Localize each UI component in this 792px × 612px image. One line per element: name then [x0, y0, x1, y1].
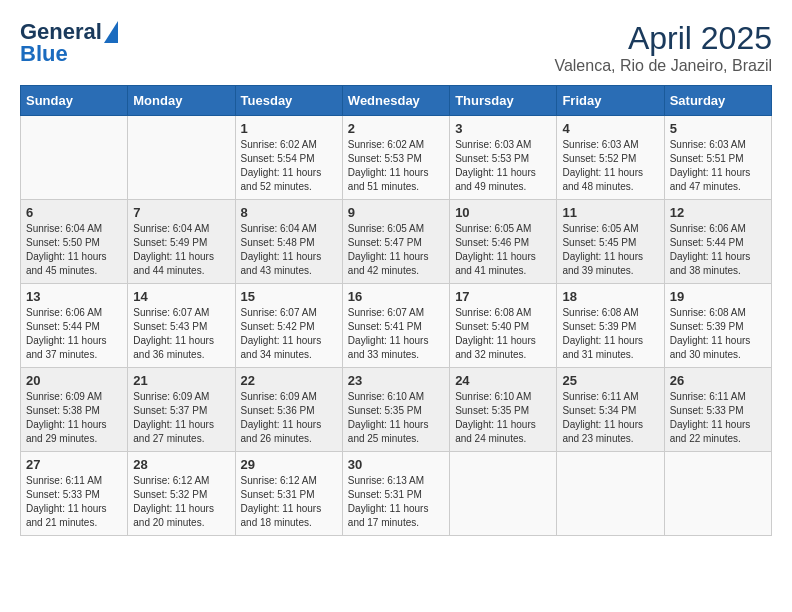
day-cell: 13Sunrise: 6:06 AMSunset: 5:44 PMDayligh…	[21, 284, 128, 368]
day-cell: 10Sunrise: 6:05 AMSunset: 5:46 PMDayligh…	[450, 200, 557, 284]
col-header-thursday: Thursday	[450, 86, 557, 116]
day-info: Sunrise: 6:10 AMSunset: 5:35 PMDaylight:…	[348, 390, 444, 446]
day-info: Sunrise: 6:11 AMSunset: 5:34 PMDaylight:…	[562, 390, 658, 446]
day-info: Sunrise: 6:05 AMSunset: 5:47 PMDaylight:…	[348, 222, 444, 278]
day-number: 19	[670, 289, 766, 304]
day-number: 24	[455, 373, 551, 388]
day-info: Sunrise: 6:05 AMSunset: 5:45 PMDaylight:…	[562, 222, 658, 278]
day-number: 11	[562, 205, 658, 220]
day-cell: 25Sunrise: 6:11 AMSunset: 5:34 PMDayligh…	[557, 368, 664, 452]
page-header: General Blue April 2025 Valenca, Rio de …	[20, 20, 772, 75]
day-number: 2	[348, 121, 444, 136]
col-header-sunday: Sunday	[21, 86, 128, 116]
day-info: Sunrise: 6:04 AMSunset: 5:49 PMDaylight:…	[133, 222, 229, 278]
day-cell	[450, 452, 557, 536]
day-number: 22	[241, 373, 337, 388]
day-cell: 4Sunrise: 6:03 AMSunset: 5:52 PMDaylight…	[557, 116, 664, 200]
day-number: 7	[133, 205, 229, 220]
location-title: Valenca, Rio de Janeiro, Brazil	[554, 57, 772, 75]
day-cell: 30Sunrise: 6:13 AMSunset: 5:31 PMDayligh…	[342, 452, 449, 536]
col-header-monday: Monday	[128, 86, 235, 116]
day-number: 25	[562, 373, 658, 388]
day-number: 9	[348, 205, 444, 220]
day-number: 17	[455, 289, 551, 304]
day-info: Sunrise: 6:12 AMSunset: 5:31 PMDaylight:…	[241, 474, 337, 530]
day-cell: 24Sunrise: 6:10 AMSunset: 5:35 PMDayligh…	[450, 368, 557, 452]
day-info: Sunrise: 6:09 AMSunset: 5:36 PMDaylight:…	[241, 390, 337, 446]
week-row-3: 13Sunrise: 6:06 AMSunset: 5:44 PMDayligh…	[21, 284, 772, 368]
day-number: 18	[562, 289, 658, 304]
day-cell: 2Sunrise: 6:02 AMSunset: 5:53 PMDaylight…	[342, 116, 449, 200]
day-cell: 3Sunrise: 6:03 AMSunset: 5:53 PMDaylight…	[450, 116, 557, 200]
day-cell	[557, 452, 664, 536]
week-row-2: 6Sunrise: 6:04 AMSunset: 5:50 PMDaylight…	[21, 200, 772, 284]
day-cell: 14Sunrise: 6:07 AMSunset: 5:43 PMDayligh…	[128, 284, 235, 368]
day-info: Sunrise: 6:09 AMSunset: 5:38 PMDaylight:…	[26, 390, 122, 446]
logo-triangle-icon	[104, 21, 118, 43]
day-number: 30	[348, 457, 444, 472]
day-cell: 9Sunrise: 6:05 AMSunset: 5:47 PMDaylight…	[342, 200, 449, 284]
logo-blue-text: Blue	[20, 42, 118, 66]
day-number: 23	[348, 373, 444, 388]
day-info: Sunrise: 6:07 AMSunset: 5:42 PMDaylight:…	[241, 306, 337, 362]
day-number: 8	[241, 205, 337, 220]
week-row-5: 27Sunrise: 6:11 AMSunset: 5:33 PMDayligh…	[21, 452, 772, 536]
day-info: Sunrise: 6:06 AMSunset: 5:44 PMDaylight:…	[670, 222, 766, 278]
col-header-wednesday: Wednesday	[342, 86, 449, 116]
day-number: 16	[348, 289, 444, 304]
day-info: Sunrise: 6:05 AMSunset: 5:46 PMDaylight:…	[455, 222, 551, 278]
day-info: Sunrise: 6:06 AMSunset: 5:44 PMDaylight:…	[26, 306, 122, 362]
month-title: April 2025	[554, 20, 772, 57]
day-number: 4	[562, 121, 658, 136]
calendar-table: SundayMondayTuesdayWednesdayThursdayFrid…	[20, 85, 772, 536]
day-number: 20	[26, 373, 122, 388]
day-info: Sunrise: 6:08 AMSunset: 5:39 PMDaylight:…	[562, 306, 658, 362]
day-cell: 19Sunrise: 6:08 AMSunset: 5:39 PMDayligh…	[664, 284, 771, 368]
day-number: 28	[133, 457, 229, 472]
day-number: 27	[26, 457, 122, 472]
day-cell: 11Sunrise: 6:05 AMSunset: 5:45 PMDayligh…	[557, 200, 664, 284]
day-number: 29	[241, 457, 337, 472]
day-number: 6	[26, 205, 122, 220]
day-cell	[128, 116, 235, 200]
day-number: 21	[133, 373, 229, 388]
day-number: 26	[670, 373, 766, 388]
day-info: Sunrise: 6:02 AMSunset: 5:54 PMDaylight:…	[241, 138, 337, 194]
day-cell: 17Sunrise: 6:08 AMSunset: 5:40 PMDayligh…	[450, 284, 557, 368]
day-number: 10	[455, 205, 551, 220]
day-cell: 7Sunrise: 6:04 AMSunset: 5:49 PMDaylight…	[128, 200, 235, 284]
day-cell: 20Sunrise: 6:09 AMSunset: 5:38 PMDayligh…	[21, 368, 128, 452]
col-header-tuesday: Tuesday	[235, 86, 342, 116]
day-info: Sunrise: 6:04 AMSunset: 5:48 PMDaylight:…	[241, 222, 337, 278]
day-info: Sunrise: 6:03 AMSunset: 5:53 PMDaylight:…	[455, 138, 551, 194]
day-info: Sunrise: 6:02 AMSunset: 5:53 PMDaylight:…	[348, 138, 444, 194]
day-number: 13	[26, 289, 122, 304]
day-number: 15	[241, 289, 337, 304]
day-cell: 21Sunrise: 6:09 AMSunset: 5:37 PMDayligh…	[128, 368, 235, 452]
day-info: Sunrise: 6:12 AMSunset: 5:32 PMDaylight:…	[133, 474, 229, 530]
day-cell: 6Sunrise: 6:04 AMSunset: 5:50 PMDaylight…	[21, 200, 128, 284]
day-cell: 12Sunrise: 6:06 AMSunset: 5:44 PMDayligh…	[664, 200, 771, 284]
day-number: 12	[670, 205, 766, 220]
day-cell: 23Sunrise: 6:10 AMSunset: 5:35 PMDayligh…	[342, 368, 449, 452]
logo: General Blue	[20, 20, 118, 66]
day-number: 1	[241, 121, 337, 136]
day-cell: 27Sunrise: 6:11 AMSunset: 5:33 PMDayligh…	[21, 452, 128, 536]
day-info: Sunrise: 6:11 AMSunset: 5:33 PMDaylight:…	[26, 474, 122, 530]
day-info: Sunrise: 6:13 AMSunset: 5:31 PMDaylight:…	[348, 474, 444, 530]
day-info: Sunrise: 6:11 AMSunset: 5:33 PMDaylight:…	[670, 390, 766, 446]
header-row: SundayMondayTuesdayWednesdayThursdayFrid…	[21, 86, 772, 116]
day-number: 3	[455, 121, 551, 136]
day-info: Sunrise: 6:07 AMSunset: 5:41 PMDaylight:…	[348, 306, 444, 362]
day-cell: 26Sunrise: 6:11 AMSunset: 5:33 PMDayligh…	[664, 368, 771, 452]
day-cell: 18Sunrise: 6:08 AMSunset: 5:39 PMDayligh…	[557, 284, 664, 368]
week-row-4: 20Sunrise: 6:09 AMSunset: 5:38 PMDayligh…	[21, 368, 772, 452]
col-header-friday: Friday	[557, 86, 664, 116]
day-info: Sunrise: 6:03 AMSunset: 5:51 PMDaylight:…	[670, 138, 766, 194]
day-info: Sunrise: 6:03 AMSunset: 5:52 PMDaylight:…	[562, 138, 658, 194]
week-row-1: 1Sunrise: 6:02 AMSunset: 5:54 PMDaylight…	[21, 116, 772, 200]
day-cell: 16Sunrise: 6:07 AMSunset: 5:41 PMDayligh…	[342, 284, 449, 368]
day-cell: 5Sunrise: 6:03 AMSunset: 5:51 PMDaylight…	[664, 116, 771, 200]
day-info: Sunrise: 6:08 AMSunset: 5:39 PMDaylight:…	[670, 306, 766, 362]
day-cell	[664, 452, 771, 536]
